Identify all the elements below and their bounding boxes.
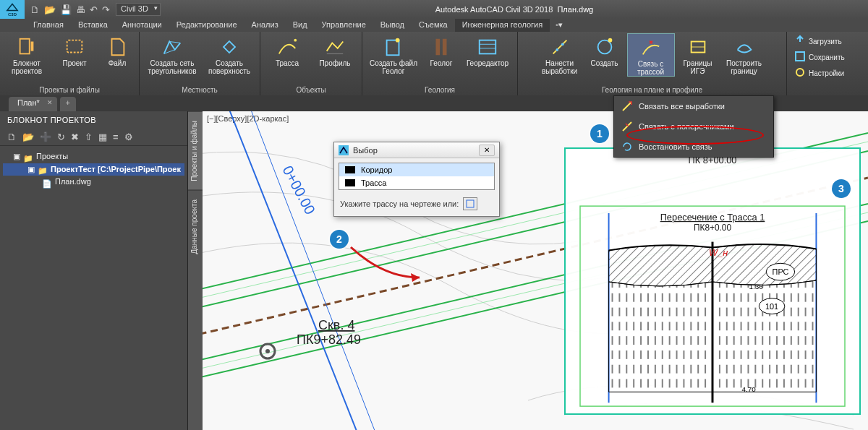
workspace-combo[interactable]: Civil 3D [116, 3, 161, 16]
tool-delete-icon[interactable]: ✖ [71, 132, 79, 142]
svg-text:101: 101 [765, 302, 778, 311]
ribbon: Блокнот проектов Проект Файл Проекты и ф… [0, 32, 868, 95]
menu-manage[interactable]: Управление [315, 19, 373, 32]
tab-close-icon[interactable]: ✕ [47, 99, 53, 106]
ribbon-georeditor-button[interactable]: Георедактор [462, 33, 513, 67]
ribbon-file-button[interactable]: Файл [100, 33, 135, 67]
ribbon-geolog-file-button[interactable]: Создать файл Геолог [367, 33, 420, 75]
panel-title: БЛОКНОТ ПРОЕКТОВ [0, 111, 187, 129]
svg-rect-2 [67, 40, 82, 53]
dialog-pick-button[interactable] [463, 197, 477, 210]
svg-point-16 [597, 40, 611, 54]
tool-new-icon[interactable]: 🗋 [7, 132, 17, 142]
svg-rect-20 [796, 52, 804, 61]
menu-output[interactable]: Вывод [373, 19, 412, 32]
tool-refresh-icon[interactable]: ↻ [57, 132, 65, 142]
ribbon-group-projects: Блокнот проектов Проект Файл Проекты и ф… [0, 32, 140, 95]
svg-rect-9 [443, 39, 447, 56]
svg-rect-8 [436, 39, 441, 56]
ribbon-settings-button[interactable]: Настройки [791, 65, 847, 79]
ribbon-save-button[interactable]: Сохранить [791, 49, 848, 64]
svg-point-15 [561, 43, 563, 46]
dialog-item-alignment[interactable]: Трасса [339, 176, 494, 189]
ribbon-load-button[interactable]: Загрузить [791, 33, 845, 48]
dropdown-link-cross[interactable]: Связать с поперечниками [614, 116, 773, 137]
dialog-list[interactable]: Коридор Трасса [339, 163, 495, 190]
ribbon-notebook-button[interactable]: Блокнот проектов [4, 33, 49, 75]
ribbon-group-geology-plan: Нанести выработки Создать Связь с трассо… [518, 32, 787, 95]
app-logo[interactable]: C3D [0, 0, 25, 19]
svg-text:4.70: 4.70 [742, 385, 757, 393]
app-small-icon [339, 145, 349, 155]
title-text: Autodesk AutoCAD Civil 3D 2018 План.dwg [161, 5, 868, 14]
qat-undo-icon[interactable]: ↶ [90, 4, 98, 15]
svg-rect-3 [224, 41, 235, 53]
ribbon-build-boundary-button[interactable]: Построить границу [721, 33, 767, 75]
menu-geology[interactable]: Инженерная геология [455, 19, 550, 32]
dialog-titlebar[interactable]: Выбор ✕ [334, 142, 499, 158]
ribbon-alignment-button[interactable]: Трасса [265, 33, 310, 67]
svg-rect-10 [480, 40, 496, 54]
svg-text:1.36: 1.36 [749, 283, 763, 291]
menu-edit[interactable]: Редактирование [169, 19, 244, 32]
ribbon-geolog-button[interactable]: Геолог [423, 33, 459, 67]
project-notebook-panel: БЛОКНОТ ПРОЕКТОВ 🗋 📂 ➕ ↻ ✖ ⇧ ▦ ≡ ⚙ ▣📁Про… [0, 111, 188, 430]
cross-section-inset: ПК 8+00.00 Пересечение с Трасса 1 ПК8+0.… [564, 147, 861, 415]
quick-access-toolbar: 🗋 📂 💾 🖶 ↶ ↷ [25, 4, 116, 15]
tree-root[interactable]: ▣📁Проекты [3, 150, 184, 163]
tool-grid-icon[interactable]: ▦ [98, 132, 107, 142]
project-tree[interactable]: ▣📁Проекты ▣📁ПроектТест [C:\ProjectPipe\П… [0, 146, 187, 193]
station-label: 0+00.00 [279, 163, 318, 218]
menu-extra-icon[interactable]: ▫▾ [550, 19, 569, 32]
ribbon-boreholes-button[interactable]: Нанести выработки [537, 33, 582, 75]
svg-point-14 [556, 48, 558, 51]
tool-list-icon[interactable]: ≡ [113, 132, 119, 142]
menu-analysis[interactable]: Анализ [244, 19, 286, 32]
qat-print-icon[interactable]: 🖶 [76, 4, 85, 15]
dialog-item-corridor[interactable]: Коридор [339, 163, 494, 176]
ribbon-group-geology: Создать файл Геолог Геолог Георедактор Г… [362, 32, 518, 95]
ribbon-group-objects: Трасса Профиль Объекты [260, 32, 362, 95]
qat-redo-icon[interactable]: ↷ [102, 4, 110, 15]
ribbon-create-geo-button[interactable]: Создать [585, 33, 624, 67]
panel-toolbar: 🗋 📂 ➕ ↻ ✖ ⇧ ▦ ≡ ⚙ [0, 129, 187, 146]
title-bar: C3D 🗋 📂 💾 🖶 ↶ ↷ Civil 3D Autodesk AutoCA… [0, 0, 868, 19]
ribbon-tin-button[interactable]: Создать сеть треугольников [144, 33, 200, 75]
dropdown-link-all[interactable]: Связать все выработки [614, 96, 773, 116]
menu-view[interactable]: Вид [286, 19, 315, 32]
menu-home[interactable]: Главная [26, 19, 71, 32]
vertical-palette: Проекты и файлы Данные проекта [188, 111, 203, 430]
tree-project[interactable]: ▣📁ПроектТест [C:\ProjectPipe\Проек [3, 163, 184, 176]
tool-open-icon[interactable]: 📂 [22, 132, 34, 142]
ribbon-link-alignment-button[interactable]: Связь с трассой [627, 33, 675, 77]
drawing-canvas[interactable]: Проекты и файлы Данные проекта [−][Сверх… [188, 111, 868, 430]
qat-save-icon[interactable]: 💾 [60, 4, 72, 15]
menu-annotations[interactable]: Аннотации [115, 19, 169, 32]
qat-new-icon[interactable]: 🗋 [30, 4, 40, 15]
ribbon-surface-button[interactable]: Создать поверхность [203, 33, 255, 75]
callout-1: 1 [590, 124, 609, 143]
ribbon-group-terrain: Создать сеть треугольников Создать повер… [140, 32, 260, 95]
dropdown-restore-link[interactable]: Восстановить связь [614, 137, 773, 157]
palette-tab-projects[interactable]: Проекты и файлы [188, 111, 203, 190]
menu-survey[interactable]: Съемка [412, 19, 455, 32]
menu-bar: Главная Вставка Аннотации Редактирование… [0, 19, 868, 32]
menu-insert[interactable]: Вставка [71, 19, 115, 32]
tool-settings-icon[interactable]: ⚙ [124, 132, 133, 142]
ribbon-ige-button[interactable]: Границы ИГЭ [678, 33, 718, 75]
svg-rect-53 [467, 200, 474, 207]
selection-dialog: Выбор ✕ Коридор Трасса Укажите трассу на… [333, 142, 500, 217]
svg-text:ПК9+82.49: ПК9+82.49 [297, 332, 361, 347]
qat-open-icon[interactable]: 📂 [44, 4, 56, 15]
tool-up-icon[interactable]: ⇧ [85, 132, 93, 142]
tab-plan[interactable]: План*✕ [9, 97, 57, 111]
dialog-close-button[interactable]: ✕ [479, 145, 495, 156]
svg-rect-1 [31, 42, 34, 51]
tab-add[interactable]: + [60, 97, 76, 111]
ribbon-profile-button[interactable]: Профиль [312, 33, 357, 67]
palette-tab-data[interactable]: Данные проекта [188, 190, 203, 263]
callout-2: 2 [330, 230, 349, 249]
ribbon-project-button[interactable]: Проект [52, 33, 97, 67]
tool-add-icon[interactable]: ➕ [40, 132, 51, 142]
tree-file[interactable]: 📄План.dwg [3, 176, 184, 189]
